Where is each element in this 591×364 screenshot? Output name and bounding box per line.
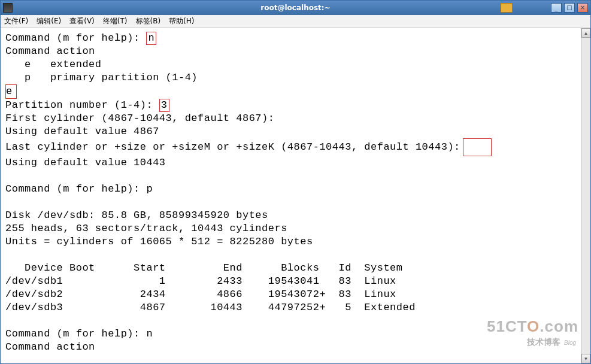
menu-help[interactable]: 帮助(H) <box>169 16 194 26</box>
menu-file[interactable]: 文件(F) <box>4 16 28 26</box>
maximize-button[interactable]: □ <box>564 3 575 13</box>
table-row: /dev/sdb2 2434 4866 19543072+ 83 Linux <box>5 289 396 300</box>
menu-tabs[interactable]: 标签(B) <box>136 16 161 26</box>
output-line: p primary partition (1-4) <box>5 72 198 83</box>
output-line: Disk /dev/sdb: 85.8 GB, 85899345920 byte… <box>5 210 268 221</box>
output-line: Using default value 4867 <box>5 126 159 137</box>
taskbar-icon <box>501 3 513 13</box>
table-header: Device Boot Start End Blocks Id System <box>5 262 403 274</box>
prompt-line: Last cylinder or +size or +sizeM or +siz… <box>5 141 460 153</box>
input-highlight-empty <box>463 138 492 156</box>
output-line: e extended <box>5 59 102 70</box>
prompt-line: Command (m for help): <box>5 32 146 44</box>
scroll-track[interactable] <box>581 38 590 354</box>
menu-view[interactable]: 查看(V) <box>69 16 95 26</box>
menu-bar: 文件(F) 编辑(E) 查看(V) 终端(T) 标签(B) 帮助(H) <box>1 15 590 28</box>
output-line: Using default value 10443 <box>5 157 166 168</box>
output-line: Units = cylinders of 16065 * 512 = 82252… <box>5 236 313 247</box>
input-highlight-n: n <box>146 32 156 45</box>
output-line: Command action <box>5 46 95 57</box>
minimize-button[interactable]: _ <box>551 3 562 13</box>
prompt-line: Command (m for help): n <box>5 328 153 339</box>
menu-edit[interactable]: 编辑(E) <box>37 16 61 26</box>
table-row: /dev/sdb3 4867 10443 44797252+ 5 Extende… <box>5 302 416 313</box>
prompt-line: Partition number (1-4): <box>5 99 159 111</box>
terminal-viewport: Command (m for help): n Command action e… <box>1 28 590 363</box>
close-button[interactable]: × <box>577 3 588 13</box>
prompt-line: Command (m for help): p <box>5 183 153 195</box>
scroll-up-button[interactable]: ▴ <box>581 28 590 38</box>
scroll-down-button[interactable]: ▾ <box>581 354 590 363</box>
output-line: Command action <box>5 341 95 353</box>
table-row: /dev/sdb1 1 2433 19543041 83 Linux <box>5 275 396 287</box>
window-titlebar: root@localhost:~ _ □ × <box>1 1 590 15</box>
menu-terminal[interactable]: 终端(T) <box>103 16 128 26</box>
output-line: First cylinder (4867-10443, default 4867… <box>5 113 274 124</box>
input-highlight-e: e <box>5 84 17 99</box>
input-highlight-3: 3 <box>159 99 169 112</box>
window-title: root@localhost:~ <box>260 4 330 12</box>
vertical-scrollbar[interactable]: ▴ ▾ <box>581 28 590 363</box>
terminal-output[interactable]: Command (m for help): n Command action e… <box>1 28 590 357</box>
output-line: 255 heads, 63 sectors/track, 10443 cylin… <box>5 223 287 234</box>
window-app-icon <box>3 3 13 13</box>
window-controls: _ □ × <box>501 3 588 13</box>
